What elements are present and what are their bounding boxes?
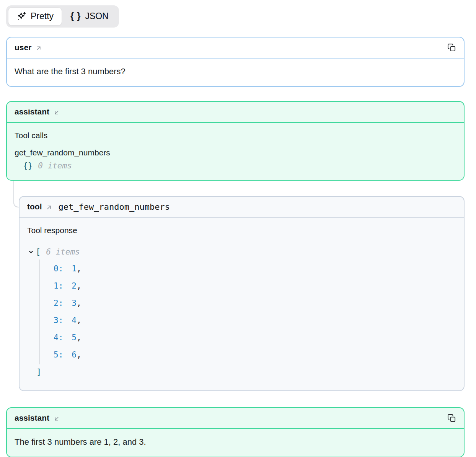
copy-icon bbox=[447, 414, 456, 423]
tab-json-label: JSON bbox=[85, 11, 108, 22]
role-label: user bbox=[15, 43, 31, 52]
sparkles-icon bbox=[16, 11, 26, 21]
tab-pretty[interactable]: Pretty bbox=[8, 7, 62, 26]
tool-calls-label: Tool calls bbox=[15, 131, 456, 140]
user-message-text: What are the first 3 numbers? bbox=[15, 67, 456, 77]
copy-icon bbox=[447, 43, 456, 52]
json-array-entry: 2:3, bbox=[54, 295, 456, 312]
tool-response-card: tool get_few_random_numbers Tool respons… bbox=[19, 196, 465, 391]
assistant-tool-call-card: assistant Tool calls get_few_random_numb… bbox=[6, 101, 465, 181]
tool-call-arguments: {}0 items bbox=[15, 161, 456, 170]
tool-call-name: get_few_random_numbers bbox=[15, 148, 456, 157]
args-items-count: 0 items bbox=[38, 161, 72, 170]
transcript-view: Pretty { } JSON user What are the first bbox=[6, 5, 465, 457]
tool-response-wrap: tool get_few_random_numbers Tool respons… bbox=[19, 196, 465, 391]
json-array-entry: 1:2, bbox=[54, 277, 456, 295]
tool-response-label: Tool response bbox=[27, 226, 456, 235]
tool-name: get_few_random_numbers bbox=[58, 202, 170, 212]
json-array-entry: 4:5, bbox=[54, 329, 456, 346]
user-message-card: user What are the first 3 numbers? bbox=[6, 37, 465, 87]
tool-card-header: tool get_few_random_numbers bbox=[20, 197, 464, 218]
role-label: tool bbox=[27, 202, 42, 211]
role-label: assistant bbox=[15, 413, 49, 423]
json-array-entry: 5:6, bbox=[54, 346, 456, 364]
close-bracket: ] bbox=[36, 367, 41, 377]
tab-json[interactable]: { } JSON bbox=[62, 7, 117, 26]
role-label: assistant bbox=[15, 107, 49, 116]
assistant-tool-call-body: Tool calls get_few_random_numbers {}0 it… bbox=[7, 123, 464, 180]
json-array-entries: 0:1, 1:2, 2:3, 3:4, 4:5, 5:6, bbox=[39, 260, 456, 364]
array-items-count: 6 items bbox=[46, 247, 80, 256]
copy-button[interactable] bbox=[447, 413, 457, 423]
user-message-body: What are the first 3 numbers? bbox=[7, 59, 464, 86]
user-card-header: user bbox=[7, 38, 464, 59]
assistant-reply-header: assistant bbox=[7, 408, 464, 429]
copy-button[interactable] bbox=[447, 42, 457, 53]
json-array-entry: 0:1, bbox=[54, 260, 456, 277]
json-array-open: [ 6 items bbox=[28, 244, 456, 260]
assistant-reply-text: The first 3 numbers are 1, 2, and 3. bbox=[15, 437, 456, 447]
braces-icon: {} bbox=[23, 161, 33, 170]
json-array-entry: 3:4, bbox=[54, 312, 456, 329]
assistant-reply-card: assistant The first 3 numbers are 1, 2, … bbox=[6, 407, 465, 457]
view-toggle: Pretty { } JSON bbox=[6, 5, 119, 28]
arrow-up-right-icon bbox=[35, 45, 42, 52]
tab-pretty-label: Pretty bbox=[31, 11, 54, 22]
arrow-down-left-icon bbox=[53, 109, 60, 116]
chevron-down-icon[interactable] bbox=[28, 249, 36, 255]
assistant-card-header: assistant bbox=[7, 102, 464, 123]
connector-line bbox=[13, 181, 19, 207]
arrow-down-left-icon bbox=[53, 415, 60, 422]
tool-response-body: Tool response [ 6 items 0:1, 1:2, bbox=[20, 218, 464, 390]
open-bracket: [ bbox=[36, 247, 41, 256]
json-array-close: ] bbox=[36, 364, 456, 380]
json-tree: [ 6 items 0:1, 1:2, 2:3, 3:4, 4:5, 5:6, … bbox=[27, 244, 456, 380]
assistant-reply-body: The first 3 numbers are 1, 2, and 3. bbox=[7, 429, 464, 457]
curly-braces-icon: { } bbox=[70, 11, 81, 22]
arrow-up-right-icon bbox=[46, 204, 52, 211]
